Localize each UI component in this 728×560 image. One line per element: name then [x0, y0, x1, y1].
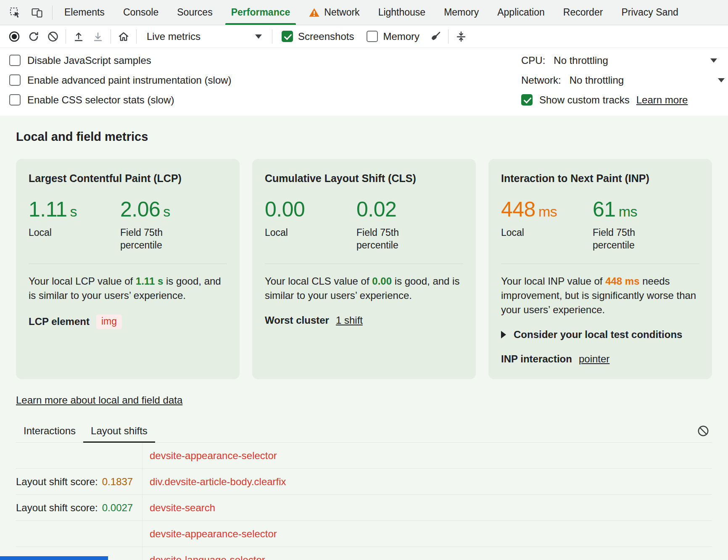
cls-field-label: Field 75th percentile — [356, 227, 419, 252]
history-select[interactable]: Live metrics — [140, 27, 269, 46]
lcp-values: 1.11s Local 2.06s Field 75th percentile — [29, 197, 227, 252]
shift-element-link[interactable]: devsite-appearance-selector — [150, 450, 277, 462]
tab-elements[interactable]: Elements — [55, 0, 114, 25]
divider — [66, 29, 66, 44]
tab-label: Elements — [64, 7, 105, 18]
devtools-window: Elements Console Sources Performance Net… — [0, 0, 728, 560]
cpu-label: CPU: — [521, 55, 545, 66]
screenshots-label: Screenshots — [298, 31, 354, 42]
chevron-down-icon — [718, 78, 725, 82]
inp-interaction-label: INP interaction — [501, 353, 572, 365]
save-profile-button[interactable] — [89, 27, 107, 46]
tab-label: Performance — [231, 7, 290, 18]
tab-layout-shifts[interactable]: Layout shifts — [83, 420, 155, 442]
inp-local-label: Local — [501, 227, 564, 239]
tab-interactions[interactable]: Interactions — [16, 420, 83, 442]
collect-garbage-button[interactable] — [452, 27, 470, 46]
shift-element-link[interactable]: devsite-appearance-selector — [150, 528, 277, 540]
live-metrics-home-button[interactable] — [114, 27, 133, 46]
inp-field-column: 61ms Field 75th percentile — [593, 197, 684, 252]
show-custom-tracks-label: Show custom tracks — [539, 94, 630, 106]
layout-shift-row: devsite-appearance-selector — [16, 443, 712, 469]
shift-score-label: Layout shift score: — [16, 476, 98, 488]
tab-lighthouse[interactable]: Lighthouse — [369, 0, 435, 25]
clear-button[interactable] — [44, 27, 62, 46]
inp-field-label: Field 75th percentile — [593, 227, 656, 252]
metric-cards: Largest Contentful Paint (LCP) 1.11s Loc… — [16, 159, 712, 379]
tab-label: Lighthouse — [378, 7, 426, 18]
inp-card-title: Interaction to Next Paint (INP) — [501, 172, 699, 185]
cls-description: Your local CLS value of 0.00 is good, an… — [265, 274, 463, 303]
network-throttling-value: No throttling — [570, 74, 624, 86]
show-custom-tracks-row: Show custom tracks Learn more — [521, 90, 717, 110]
inp-interaction-link[interactable]: pointer — [579, 353, 609, 365]
inp-local-column: 448ms Local — [501, 197, 593, 252]
memory-checkbox[interactable]: Memory — [361, 31, 425, 42]
shift-element-link[interactable]: div.devsite-article-body.clearfix — [150, 476, 286, 488]
lcp-local-label: Local — [29, 227, 92, 239]
download-icon — [92, 31, 104, 42]
shift-score-value: 0.1837 — [102, 476, 133, 488]
checkbox-checked-icon — [282, 31, 293, 42]
shift-element-link[interactable]: devsite-language-selector — [150, 554, 265, 560]
performance-toolbar: Live metrics Screenshots Memory — [0, 25, 728, 48]
learn-more-field-data-link[interactable]: Learn more about local and field data — [16, 394, 182, 406]
lcp-element-chip[interactable]: img — [96, 314, 122, 329]
divider — [52, 5, 53, 20]
inp-description: Your local INP value of 448 ms needs imp… — [501, 274, 699, 317]
inp-field-value: 61ms — [593, 197, 684, 222]
divider — [448, 29, 448, 44]
css-selector-stats-checkbox[interactable]: Enable CSS selector stats (slow) — [9, 90, 521, 110]
cpu-throttling-select[interactable]: CPU: No throttling — [521, 50, 717, 70]
tab-sources[interactable]: Sources — [168, 0, 222, 25]
record-and-reload-button[interactable] — [24, 27, 43, 46]
learn-more-link[interactable]: Learn more — [636, 94, 688, 106]
lcp-field-column: 2.06s Field 75th percentile — [120, 197, 212, 252]
shift-element-link[interactable]: devsite-search — [150, 502, 215, 514]
divider — [29, 264, 227, 264]
memory-label: Memory — [383, 31, 419, 42]
devtools-tab-bar: Elements Console Sources Performance Net… — [0, 0, 728, 25]
local-test-conditions-disclosure[interactable]: Consider your local test conditions — [501, 329, 699, 341]
checkbox-unchecked-icon — [9, 94, 21, 106]
screenshots-checkbox[interactable]: Screenshots — [276, 31, 360, 42]
worst-cluster-link[interactable]: 1 shift — [336, 314, 363, 326]
network-throttling-select[interactable]: Network: No throttling — [521, 70, 725, 90]
collect-garbage-icon — [455, 31, 467, 42]
tab-label: Interactions — [24, 425, 76, 436]
tab-application[interactable]: Application — [488, 0, 554, 25]
divider — [111, 29, 111, 44]
layout-shift-row: devsite-appearance-selector — [16, 521, 712, 547]
layout-shift-row: Layout shift score: 0.0027 devsite-searc… — [16, 495, 712, 521]
show-custom-tracks-checkbox[interactable] — [521, 94, 533, 106]
lcp-card-title: Largest Contentful Paint (LCP) — [29, 172, 227, 185]
divider — [501, 264, 699, 264]
log-tab-bar: Interactions Layout shifts — [16, 420, 712, 443]
tab-console[interactable]: Console — [114, 0, 168, 25]
device-toolbar-button[interactable] — [28, 3, 46, 22]
chevron-down-icon — [255, 34, 262, 39]
tab-memory[interactable]: Memory — [435, 0, 488, 25]
tab-performance[interactable]: Performance — [222, 0, 300, 25]
cls-card: Cumulative Layout Shift (CLS) 0.00 Local… — [252, 159, 476, 379]
disable-js-samples-checkbox[interactable]: Disable JavaScript samples — [9, 50, 521, 70]
tab-privacy-sandbox[interactable]: Privacy Sand — [612, 0, 688, 25]
history-select-value: Live metrics — [147, 31, 200, 42]
advanced-paint-checkbox[interactable]: Enable advanced paint instrumentation (s… — [9, 70, 521, 90]
network-label: Network: — [521, 74, 561, 86]
horizontal-scrollbar-thumb[interactable] — [0, 556, 108, 560]
cls-local-label: Local — [265, 227, 328, 239]
lcp-element-row: LCP element img — [29, 314, 227, 329]
tab-network[interactable]: Network — [299, 0, 369, 25]
tab-label: Application — [497, 7, 545, 18]
clear-icon — [47, 31, 59, 42]
tab-label: Network — [324, 7, 359, 18]
tab-recorder[interactable]: Recorder — [554, 0, 612, 25]
clear-cache-button[interactable] — [426, 27, 445, 46]
inspect-element-button[interactable] — [6, 3, 24, 22]
lcp-field-value: 2.06s — [120, 197, 212, 222]
clear-log-button[interactable] — [697, 425, 710, 437]
inp-interaction-row: INP interaction pointer — [501, 353, 699, 365]
record-button[interactable] — [5, 27, 24, 46]
load-profile-button[interactable] — [69, 27, 88, 46]
